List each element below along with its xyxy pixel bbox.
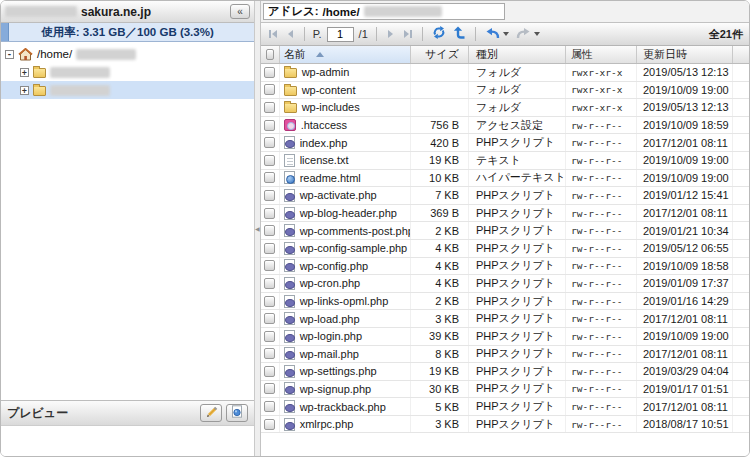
prev-page-button[interactable] [285, 27, 296, 42]
row-checkbox[interactable] [264, 296, 275, 307]
table-row[interactable]: index.php 420 B PHPスクリプト rw-r--r-- 2017/… [261, 134, 749, 152]
table-row[interactable]: wp-config.php 4 KB PHPスクリプト rw-r--r-- 20… [261, 258, 749, 276]
table-row[interactable]: wp-admin フォルダ rwxr-xr-x 2019/05/13 12:13 [261, 64, 749, 82]
php-icon [284, 207, 295, 220]
row-checkbox[interactable] [264, 401, 275, 412]
panel-splitter[interactable]: ◀ [254, 1, 261, 456]
redacted-folder-name [50, 85, 110, 96]
table-row[interactable]: wp-signup.php 30 KB PHPスクリプト rw-r--r-- 2… [261, 381, 749, 399]
row-checkbox[interactable] [264, 67, 275, 78]
table-row[interactable]: readme.html 10 KB ハイパーテキスト rw-r--r-- 201… [261, 170, 749, 188]
file-type: PHPスクリプト [469, 363, 566, 380]
table-row[interactable]: wp-mail.php 8 KB PHPスクリプト rw-r--r-- 2017… [261, 346, 749, 364]
row-checkbox[interactable] [264, 190, 275, 201]
tree-root-home[interactable]: - /home/ [1, 45, 254, 63]
expand-expander-icon[interactable]: + [20, 68, 29, 77]
page-number-input[interactable] [327, 27, 354, 42]
file-modified: 2019/05/12 06:55 [637, 240, 733, 257]
select-all-checkbox[interactable] [266, 49, 274, 60]
file-size: 5 KB [411, 398, 469, 415]
tree-folder-item[interactable]: + [1, 63, 254, 81]
row-checkbox[interactable] [264, 419, 275, 430]
file-manager-window: sakura.ne.jp « 使用率: 3.31 GB／100 GB (3.3%… [0, 0, 750, 457]
column-header-attr[interactable]: 属性 [566, 46, 637, 63]
row-checkbox[interactable] [264, 278, 275, 289]
file-name: wp-load.php [300, 313, 360, 325]
table-row[interactable]: wp-config-sample.php 4 KB PHPスクリプト rw-r-… [261, 240, 749, 258]
row-checkbox[interactable] [264, 102, 275, 113]
file-permissions: rw-r--r-- [566, 293, 637, 310]
toolbar-separator [376, 27, 377, 41]
file-type: テキスト [469, 152, 566, 169]
file-type: PHPスクリプト [469, 222, 566, 239]
pencil-icon [205, 405, 218, 421]
undo-button[interactable] [484, 27, 510, 42]
table-row[interactable]: wp-trackback.php 5 KB PHPスクリプト rw-r--r--… [261, 398, 749, 416]
column-header-name[interactable]: 名前 [280, 46, 411, 63]
row-checkbox[interactable] [264, 383, 275, 394]
table-row[interactable]: wp-login.php 39 KB PHPスクリプト rw-r--r-- 20… [261, 328, 749, 346]
file-name: wp-includes [302, 101, 360, 113]
file-modified: 2019/01/21 10:34 [637, 222, 733, 239]
table-row[interactable]: license.txt 19 KB テキスト rw-r--r-- 2019/10… [261, 152, 749, 170]
edit-file-button[interactable] [200, 404, 222, 422]
row-checkbox[interactable] [264, 120, 275, 131]
table-row[interactable]: wp-links-opml.php 2 KB PHPスクリプト rw-r--r-… [261, 293, 749, 311]
file-size: 2 KB [411, 222, 469, 239]
file-size: 19 KB [411, 363, 469, 380]
table-row[interactable]: wp-activate.php 7 KB PHPスクリプト rw-r--r-- … [261, 187, 749, 205]
column-header-size[interactable]: サイズ [411, 46, 469, 63]
row-checkbox[interactable] [264, 366, 275, 377]
row-checkbox[interactable] [264, 208, 275, 219]
row-checkbox[interactable] [264, 84, 275, 95]
refresh-icon [432, 26, 446, 42]
last-page-icon [402, 27, 413, 42]
table-row[interactable]: wp-settings.php 19 KB PHPスクリプト rw-r--r--… [261, 363, 749, 381]
address-input[interactable]: アドレス: /home/ [263, 3, 505, 20]
table-row[interactable]: wp-comments-post.php 2 KB PHPスクリプト rw-r-… [261, 222, 749, 240]
file-permissions: rw-r--r-- [566, 258, 637, 275]
expand-expander-icon[interactable]: + [20, 86, 29, 95]
file-size: 8 KB [411, 346, 469, 363]
last-page-button[interactable] [401, 27, 414, 42]
sidebar-collapse-button[interactable]: « [230, 4, 250, 19]
row-checkbox[interactable] [264, 155, 275, 166]
table-row[interactable]: wp-blog-header.php 369 B PHPスクリプト rw-r--… [261, 205, 749, 223]
table-row[interactable]: xmlrpc.php 3 KB PHPスクリプト rw-r--r-- 2018/… [261, 416, 749, 434]
php-icon [284, 418, 295, 431]
collapse-expander-icon[interactable]: - [5, 50, 14, 59]
column-header-modified[interactable]: 更新日時 [637, 46, 733, 63]
file-type: PHPスクリプト [469, 346, 566, 363]
table-row[interactable]: wp-load.php 3 KB PHPスクリプト rw-r--r-- 2017… [261, 310, 749, 328]
table-row[interactable]: wp-includes フォルダ rwxr-xr-x 2019/05/13 12… [261, 99, 749, 117]
file-name: license.txt [300, 154, 349, 166]
folder-icon [33, 68, 46, 78]
row-checkbox[interactable] [264, 225, 275, 236]
table-row[interactable]: .htaccess 756 B アクセス設定 rw-r--r-- 2019/10… [261, 117, 749, 135]
php-icon [284, 382, 295, 395]
folder-icon [284, 86, 297, 96]
file-size: 3 KB [411, 416, 469, 433]
file-permissions: rwxr-xr-x [566, 64, 637, 81]
next-page-button[interactable] [385, 27, 396, 42]
file-name: wp-links-opml.php [300, 295, 389, 307]
column-header-type[interactable]: 種別 [469, 46, 566, 63]
redo-button[interactable] [515, 27, 541, 42]
tree-folder-item[interactable]: + [1, 81, 254, 99]
row-checkbox[interactable] [264, 331, 275, 342]
table-row[interactable]: wp-cron.php 4 KB PHPスクリプト rw-r--r-- 2019… [261, 275, 749, 293]
row-checkbox[interactable] [264, 243, 275, 254]
row-checkbox[interactable] [264, 172, 275, 183]
row-checkbox[interactable] [264, 313, 275, 324]
view-in-browser-button[interactable] [226, 404, 248, 422]
refresh-button[interactable] [431, 26, 447, 42]
row-checkbox[interactable] [264, 348, 275, 359]
file-size: 4 KB [411, 240, 469, 257]
up-directory-button[interactable] [452, 26, 467, 42]
table-row[interactable]: wp-content フォルダ rwxr-xr-x 2019/10/09 19:… [261, 82, 749, 100]
row-checkbox[interactable] [264, 137, 275, 148]
preview-pane [1, 426, 254, 456]
column-header-filler [733, 46, 749, 63]
row-checkbox[interactable] [264, 260, 275, 271]
first-page-button[interactable] [267, 27, 280, 42]
